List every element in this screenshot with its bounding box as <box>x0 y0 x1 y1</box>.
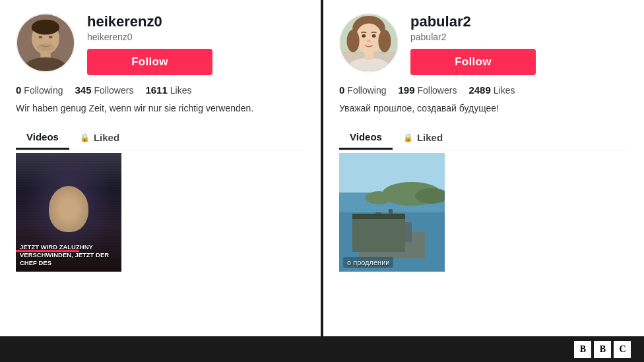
svg-point-7 <box>37 44 55 51</box>
stats-row-right: 0 Following 199 Followers 2489 Likes <box>339 84 628 96</box>
bbc-box-b1: B <box>574 341 591 358</box>
tabs-row-left: Videos 🔒 Liked <box>16 125 305 150</box>
stat-likes-right: 2489 Likes <box>468 84 515 96</box>
followers-count-left: 345 <box>75 84 91 96</box>
stat-likes-left: 1611 Likes <box>145 84 191 96</box>
svg-point-15 <box>362 34 366 38</box>
profile-info-left: heikerenz0 heikerenz0 Follow <box>87 13 305 75</box>
likes-count-right: 2489 <box>468 84 490 96</box>
tab-videos-label-left: Videos <box>26 131 59 142</box>
username-main-left: heikerenz0 <box>87 13 305 30</box>
tab-liked-left[interactable]: 🔒 Liked <box>69 125 130 150</box>
tab-liked-label-left: Liked <box>94 132 119 143</box>
svg-rect-31 <box>389 209 393 229</box>
followers-label-left: Followers <box>94 85 134 96</box>
lock-icon-left: 🔒 <box>80 133 90 142</box>
bbc-logo: B B C <box>574 341 631 358</box>
bio-left: Wir haben genug Zeit, wenn wir nur sie r… <box>16 102 305 115</box>
svg-point-6 <box>49 36 53 38</box>
svg-point-5 <box>38 36 42 38</box>
tab-videos-right[interactable]: Videos <box>339 125 393 150</box>
followers-count-right: 199 <box>398 84 414 96</box>
svg-rect-21 <box>364 51 373 59</box>
svg-rect-30 <box>375 212 381 229</box>
follow-button-left[interactable]: Follow <box>87 49 212 75</box>
tab-liked-label-right: Liked <box>417 132 443 143</box>
svg-rect-4 <box>32 26 59 31</box>
lock-icon-right: 🔒 <box>403 133 413 142</box>
profile-header-left: heikerenz0 heikerenz0 Follow <box>16 13 305 75</box>
profile-info-right: pabular2 pabular2 Follow <box>410 13 628 75</box>
username-sub-left: heikerenz0 <box>87 32 305 42</box>
stats-row-left: 0 Following 345 Followers 1611 Likes <box>16 84 305 96</box>
profiles-row: heikerenz0 heikerenz0 Follow 0 Following… <box>0 0 644 336</box>
avatar-left <box>16 13 75 73</box>
stat-following-left: 0 Following <box>16 84 63 96</box>
svg-point-26 <box>366 191 392 204</box>
svg-rect-28 <box>359 232 425 258</box>
svg-rect-33 <box>382 219 384 235</box>
videos-grid-right: о продлении <box>339 153 628 272</box>
stat-following-right: 0 Following <box>339 84 386 96</box>
tab-liked-right[interactable]: 🔒 Liked <box>393 125 453 150</box>
stat-followers-left: 345 Followers <box>75 84 133 96</box>
following-label-right: Following <box>347 85 386 96</box>
following-count-left: 0 <box>16 84 21 96</box>
video-thumb-left[interactable]: JETZT WIRD ZALUZHNY VERSCHWINDEN, JETZT … <box>16 153 121 272</box>
likes-count-left: 1611 <box>145 84 167 96</box>
tab-videos-label-right: Videos <box>350 131 382 142</box>
videos-grid-left: JETZT WIRD ZALUZHNY VERSCHWINDEN, JETZT … <box>16 153 305 272</box>
main-container: heikerenz0 heikerenz0 Follow 0 Following… <box>0 0 644 362</box>
svg-rect-32 <box>395 216 398 239</box>
tabs-row-right: Videos 🔒 Liked <box>339 125 628 150</box>
profile-card-left: heikerenz0 heikerenz0 Follow 0 Following… <box>0 0 321 336</box>
video-thumb-right[interactable]: о продлении <box>339 153 445 272</box>
profile-header-right: pabular2 pabular2 Follow <box>339 13 628 75</box>
likes-label-right: Likes <box>494 85 515 96</box>
video-caption-right: о продлении <box>343 257 393 268</box>
tab-videos-left[interactable]: Videos <box>16 125 69 150</box>
video-face <box>49 186 88 232</box>
avatar-right <box>339 13 399 73</box>
follow-button-right[interactable]: Follow <box>410 49 536 75</box>
username-main-right: pabular2 <box>410 13 628 30</box>
bbc-box-c: C <box>614 341 631 358</box>
svg-point-17 <box>367 40 371 42</box>
svg-point-16 <box>372 34 376 38</box>
following-label-left: Following <box>24 85 63 96</box>
username-sub-right: pabular2 <box>410 32 628 42</box>
profile-card-right: pabular2 pabular2 Follow 0 Following 199… <box>323 0 644 336</box>
bbc-box-b2: B <box>594 341 611 358</box>
following-count-right: 0 <box>339 84 344 96</box>
svg-point-14 <box>356 23 382 53</box>
svg-point-18 <box>347 30 360 52</box>
likes-label-left: Likes <box>170 85 192 96</box>
bbc-bar: B B C <box>0 336 644 362</box>
bio-right: Уважай прошлое, создавай будущее! <box>339 102 628 115</box>
stat-followers-right: 199 Followers <box>398 84 457 96</box>
followers-label-right: Followers <box>418 85 457 96</box>
svg-point-19 <box>378 30 391 52</box>
svg-rect-29 <box>366 222 412 242</box>
video-caption-left: JETZT WIRD ZALUZHNY VERSCHWINDEN, JETZT … <box>20 243 117 268</box>
